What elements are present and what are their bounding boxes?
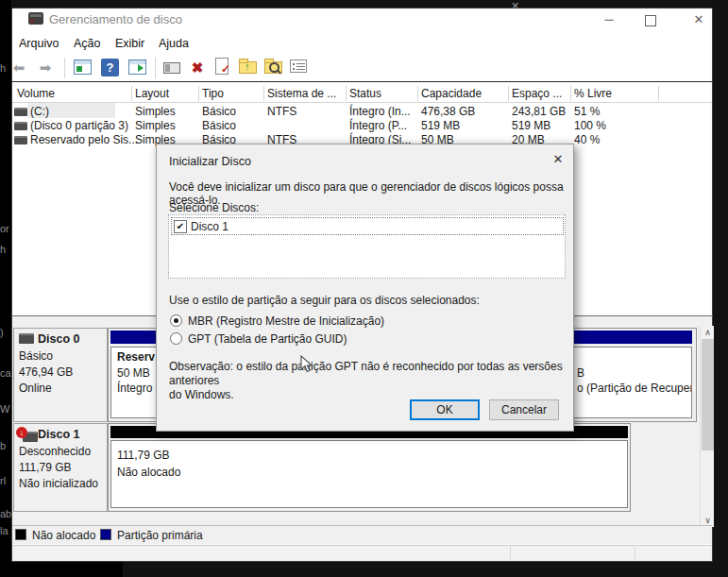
cell-capacidade: 519 MB xyxy=(421,119,460,132)
disk1-name: Disco 1 xyxy=(38,428,79,441)
header-separator xyxy=(508,86,509,101)
help-icon[interactable]: ? xyxy=(101,59,119,76)
magnifier-icon xyxy=(269,62,279,73)
column-header-tipo[interactable]: Tipo xyxy=(202,87,224,100)
column-header-capacidade[interactable]: Capacidade xyxy=(421,87,482,100)
header-separator xyxy=(346,86,347,101)
column-header-layout[interactable]: Layout xyxy=(135,87,169,100)
background-text-fragment: or xyxy=(0,223,9,234)
desktop-background: ✕ h or h ) ca W b rl ab la Gerenciamento… xyxy=(0,0,728,577)
gpt-radio-label[interactable]: GPT (Tabela de Partição GUID) xyxy=(188,332,347,346)
console-tree-icon[interactable] xyxy=(163,62,180,74)
background-strip-bottom xyxy=(0,562,123,577)
check-document-icon[interactable]: ✓ xyxy=(215,58,229,75)
cell-tipo: Básico xyxy=(202,105,236,118)
background-text-fragment: ab xyxy=(0,508,11,519)
disk-icon xyxy=(19,333,34,344)
note-line1: Observação: o estilo da partição GPT não… xyxy=(169,360,563,387)
minimize-button[interactable]: ─ xyxy=(598,12,620,26)
disk0-type: Básico xyxy=(19,349,53,363)
disk0-name: Disco 0 xyxy=(38,332,79,346)
background-text-fragment: rl xyxy=(0,475,6,486)
legend-unallocated-label: Não alocado xyxy=(32,529,95,542)
delete-volume-icon[interactable]: ✖ xyxy=(187,58,208,78)
statusbar-separator xyxy=(635,547,635,559)
console-detail-icon[interactable] xyxy=(128,59,146,75)
menu-arquivo[interactable]: Arquivo xyxy=(19,37,59,50)
cell-livre: 40 % xyxy=(574,133,600,146)
cell-volume: (C:) xyxy=(30,105,49,118)
header-separator xyxy=(198,86,199,101)
green-play xyxy=(138,64,144,72)
volume-icon xyxy=(14,122,27,130)
background-text-fragment: ca xyxy=(0,367,11,379)
header-underline xyxy=(12,102,712,103)
cell-espaco: 243,81 GB xyxy=(512,105,566,118)
close-button[interactable]: ✕ xyxy=(687,12,710,26)
vertical-scrollbar[interactable]: ∧ ∨ xyxy=(700,326,714,527)
header-separator xyxy=(570,86,571,101)
mbr-radio-label[interactable]: MBR (Registro Mestre de Inicialização) xyxy=(188,314,384,328)
back-icon[interactable]: ⬅ xyxy=(8,57,30,79)
menu-acao[interactable]: Ação xyxy=(74,37,101,50)
background-text-fragment: W xyxy=(0,403,9,415)
partition-status: Íntegro xyxy=(117,382,152,395)
volume-icon xyxy=(14,136,27,144)
disk-management-app-icon xyxy=(28,12,43,25)
cell-volume: Reservado pelo Sis... xyxy=(30,133,138,146)
disk1-size: 111,79 GB xyxy=(19,461,72,474)
note-line2: do Windows. xyxy=(169,388,234,401)
background-text-fragment: b xyxy=(0,440,6,451)
column-header-volume[interactable]: Volume xyxy=(17,87,55,100)
disk1-checkbox[interactable]: ✔ xyxy=(174,220,187,233)
scroll-up-icon[interactable]: ∧ xyxy=(701,328,715,337)
dialog-title: Inicializar Disco xyxy=(169,155,251,168)
menu-ajuda[interactable]: Ajuda xyxy=(159,37,189,50)
cell-tipo: Básico xyxy=(202,119,236,132)
properties-list-icon[interactable] xyxy=(290,59,307,73)
disk-list-item[interactable]: ✔ Disco 1 xyxy=(171,217,564,235)
console-window-icon[interactable] xyxy=(74,59,92,75)
dialog-close-icon[interactable]: ✕ xyxy=(549,152,567,166)
disk0-size: 476,94 GB xyxy=(19,365,73,379)
background-strip-left xyxy=(0,0,11,577)
initialize-disk-dialog: Inicializar Disco ✕ Você deve inicializa… xyxy=(156,144,574,432)
maximize-button[interactable] xyxy=(645,15,656,26)
cell-espaco: 519 MB xyxy=(512,119,550,132)
scroll-down-icon[interactable]: ∨ xyxy=(701,516,715,525)
column-header-espaco[interactable]: Espaço ... xyxy=(512,87,562,100)
unallocated-swatch xyxy=(15,529,26,540)
status-bar xyxy=(12,545,712,561)
mbr-radio[interactable] xyxy=(170,314,182,327)
disk1-error-badge-icon: ↓ xyxy=(16,427,27,438)
forward-icon[interactable]: ➡ xyxy=(34,57,57,79)
cancel-button[interactable]: Cancelar xyxy=(489,399,559,420)
statusbar-separator xyxy=(510,547,511,559)
select-disks-label: Selecione Discos: xyxy=(169,201,259,214)
partition-name: Reserv xyxy=(117,350,155,364)
column-header-livre[interactable]: % Livre xyxy=(574,87,612,100)
disk1-type: Desconhecido xyxy=(19,445,91,458)
gpt-radio[interactable] xyxy=(170,332,182,345)
window-title: Gerenciamento de disco xyxy=(49,12,182,26)
open-folder-icon[interactable]: ↑ xyxy=(239,61,257,74)
header-separator xyxy=(417,86,418,101)
scrollbar-thumb[interactable] xyxy=(702,339,714,450)
column-header-status[interactable]: Status xyxy=(349,87,381,100)
cell-layout: Simples xyxy=(135,105,176,118)
partition-size: B xyxy=(577,366,584,380)
cell-layout: Simples xyxy=(135,119,176,132)
cell-volume: (Disco 0 partição 3) xyxy=(30,119,128,132)
disk1-unallocated-region[interactable]: 111,79 GB Não alocado xyxy=(110,440,628,508)
disk-listbox[interactable]: ✔ Disco 1 xyxy=(168,214,566,279)
disk1-checkbox-label: Disco 1 xyxy=(191,220,229,233)
search-folder-icon[interactable] xyxy=(264,61,282,74)
column-header-sistema[interactable]: Sistema de ... xyxy=(267,87,336,100)
primary-partition-swatch xyxy=(100,529,111,540)
header-separator xyxy=(263,86,264,101)
ok-button[interactable]: OK xyxy=(410,399,480,420)
region-size: 111,79 GB xyxy=(117,449,170,462)
partition-size: 50 MB xyxy=(117,366,150,380)
menu-exibir[interactable]: Exibir xyxy=(115,37,144,50)
cell-status: Íntegro (P... xyxy=(349,119,407,132)
